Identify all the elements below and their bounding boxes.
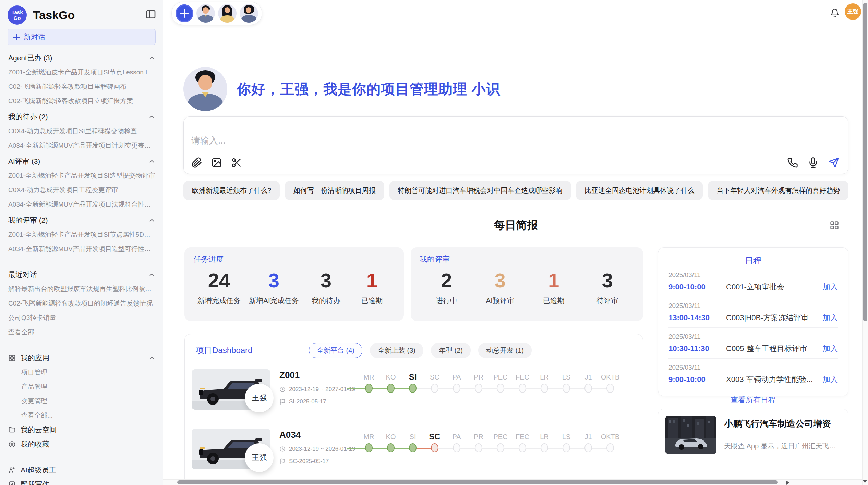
- chevron-up-icon: [148, 158, 156, 165]
- join-meeting-link[interactable]: 加入: [823, 344, 838, 354]
- milestone-label: PA: [446, 432, 468, 442]
- project-dates: 2023-12-19 ~ 2026-01-19: [289, 446, 355, 452]
- sidebar-section-my-review[interactable]: 我的评审 (2): [8, 213, 156, 227]
- view-all-apps-link[interactable]: 查看全部...: [8, 408, 156, 423]
- user-avatar[interactable]: 王强: [845, 3, 861, 20]
- milestone-node: SC: [424, 432, 446, 457]
- notifications-bell-icon[interactable]: [830, 8, 840, 19]
- sidebar-chat-item[interactable]: C02-飞腾新能源轻客改款项目的闭环通告反馈情况: [8, 296, 156, 311]
- section-title: 我的评审 (2): [8, 215, 48, 225]
- news-card[interactable]: 小鹏飞行汽车制造公司增资 天眼查 App 显示，近日广州汇天飞行汽...: [658, 409, 848, 485]
- sidebar-task-item[interactable]: C0X4-动力总成开发项目工程变更评审: [8, 183, 156, 197]
- sidebar-task-item[interactable]: A034-全新新能源MUV产品开发项目法规符合性评审: [8, 197, 156, 212]
- sidebar-chat-item[interactable]: 解释最新出台的欧盟报废车法规再生塑料比例被调至15%...: [8, 282, 156, 296]
- clock-icon: [279, 446, 286, 452]
- sidebar-collapse-icon[interactable]: [145, 9, 156, 21]
- chat-input-box[interactable]: 请输入...: [183, 116, 848, 174]
- join-meeting-link[interactable]: 加入: [823, 374, 838, 385]
- agent-avatar-3[interactable]: [240, 4, 258, 23]
- my-review-card: 我的评审 2 进行中 3 AI预评审 1 已逾期 3: [411, 247, 643, 321]
- sidebar-section-recent-chats[interactable]: 最近对话: [8, 268, 156, 282]
- suggestion-chip[interactable]: 欧洲新规最近颁布了什么?: [183, 181, 280, 200]
- stat-item: 3 新增AI完成任务: [249, 265, 299, 306]
- sidebar-app-item[interactable]: 项目管理: [8, 365, 156, 380]
- dashboard-filter-tab[interactable]: 全新平台 (4): [309, 343, 362, 358]
- milestone-label: PA: [446, 372, 468, 382]
- app-logo: Task Go: [8, 5, 27, 25]
- stat-item: 3 AI预评审: [481, 265, 519, 306]
- image-upload-icon[interactable]: [211, 157, 222, 168]
- agent-avatar-1[interactable]: [196, 4, 215, 23]
- join-meeting-link[interactable]: 加入: [823, 313, 838, 323]
- new-chat-button[interactable]: 新对话: [8, 29, 156, 45]
- sidebar-section-agent-done[interactable]: Agent已办 (3): [8, 51, 156, 65]
- milestone-label: LS: [555, 432, 577, 442]
- stat-label: AI预评审: [481, 296, 519, 306]
- milestone-dot: [584, 384, 592, 393]
- microphone-icon[interactable]: [808, 157, 819, 168]
- scroll-right-arrow[interactable]: [786, 481, 789, 485]
- sidebar-task-item[interactable]: A034-全新新能源MUV产品开发项目造型可行性评审: [8, 242, 156, 256]
- voice-call-icon[interactable]: [787, 157, 798, 168]
- suggestion-chip[interactable]: 比亚迪全固态电池计划具体说了什么: [576, 181, 703, 200]
- sidebar-section-ai-review[interactable]: AI评审 (3): [8, 154, 156, 169]
- milestone-node: MR: [358, 432, 380, 457]
- write-icon: [8, 481, 16, 485]
- project-row-a034[interactable]: 王强 A034 2023-12-19 ~ 2026-01-19 SC-2025-…: [185, 423, 643, 477]
- sidebar-my-apps[interactable]: 我的应用: [8, 351, 156, 365]
- horizontal-scrollbar-thumb[interactable]: [177, 480, 778, 484]
- sidebar-chat-item[interactable]: 公司Q3轻卡销量: [8, 311, 156, 325]
- sidebar-section-my-todo[interactable]: 我的待办 (2): [8, 110, 156, 124]
- stat-label: 新增完成任务: [197, 296, 241, 306]
- suggestion-chip[interactable]: 如何写一份清晰的项目周报: [285, 181, 384, 200]
- vertical-scrollbar-thumb[interactable]: [863, 3, 867, 321]
- chevron-up-icon: [148, 216, 156, 224]
- dashboard-filter-tab[interactable]: 年型 (2): [431, 343, 471, 358]
- sidebar-task-item[interactable]: C02-飞腾新能源轻客改款项目立项汇报方案: [8, 94, 156, 108]
- sidebar-task-item[interactable]: Z001-全新燃油轻卡产品开发项目SI造型提交物评审: [8, 169, 156, 183]
- stat-item: 2 进行中: [427, 265, 465, 306]
- milestone-label: SC: [424, 432, 446, 442]
- milestone-dot: [431, 443, 438, 452]
- send-icon[interactable]: [828, 157, 839, 168]
- sidebar-item-cloud-space[interactable]: 我的云空间: [8, 423, 156, 437]
- sidebar-item-favorites[interactable]: 我的收藏: [8, 437, 156, 451]
- sidebar-task-item[interactable]: Z001-全新燃油皮卡产品开发项目SI节点Lesson Learn报告: [8, 65, 156, 79]
- horizontal-scrollbar[interactable]: [163, 479, 862, 485]
- suggestion-chip[interactable]: 当下年轻人对汽车外观有怎样的喜好趋势: [708, 181, 848, 200]
- milestone-dot: [387, 443, 395, 452]
- milestone-label: PEC: [490, 432, 511, 442]
- sidebar-task-item[interactable]: C02-飞腾新能源轻客改款项目里程碑画布: [8, 79, 156, 94]
- join-meeting-link[interactable]: 加入: [823, 282, 838, 292]
- sidebar-app-item[interactable]: 变更管理: [8, 394, 156, 408]
- dashboard-filter-tab[interactable]: 全新上装 (3): [370, 343, 423, 358]
- stat-item: 3 我的待办: [307, 265, 345, 306]
- milestone-node: OKTB: [599, 432, 621, 457]
- sidebar-app-item[interactable]: 产品管理: [8, 380, 156, 394]
- sidebar-item-help-write[interactable]: 帮我写作: [8, 477, 156, 485]
- add-agent-button[interactable]: [176, 4, 193, 22]
- sidebar-task-item[interactable]: C0X4-动力总成开发项目SI里程碑提交物检查: [8, 124, 156, 138]
- view-all-chats-link[interactable]: 查看全部...: [8, 325, 156, 339]
- vertical-scrollbar[interactable]: [862, 0, 868, 485]
- agent-avatar-2[interactable]: [218, 4, 237, 23]
- milestone-dot: [365, 384, 373, 393]
- suggestion-chips: 欧洲新规最近颁布了什么?如何写一份清晰的项目周报特朗普可能对进口汽车增税会对中国…: [183, 181, 848, 200]
- attachment-icon[interactable]: [191, 157, 202, 168]
- briefing-layout-icon[interactable]: [830, 221, 839, 232]
- suggestion-chip[interactable]: 特朗普可能对进口汽车增税会对中国车企造成哪些影响: [389, 181, 571, 200]
- stat-value: 3: [307, 265, 345, 296]
- sidebar-item-ai-employee[interactable]: AI超级员工: [8, 463, 156, 477]
- milestone-dot: [584, 443, 592, 452]
- dashboard-filter-tab[interactable]: 动总开发 (1): [478, 343, 532, 358]
- milestone-node: PR: [468, 372, 490, 397]
- scroll-down-arrow[interactable]: [863, 480, 867, 483]
- milestone-label: SC: [424, 372, 446, 382]
- screenshot-scissors-icon[interactable]: [231, 157, 242, 168]
- project-row-z001[interactable]: 王强 Z001 2023-12-19 ~ 2027-01-19 SI-2025-…: [185, 364, 643, 418]
- schedule-time: 10:30-11:30: [668, 344, 726, 353]
- sidebar-task-item[interactable]: A034-全新新能源MUV产品开发项目计划变更表编写: [8, 138, 156, 153]
- view-all-schedule-link[interactable]: 查看所有日程: [668, 395, 838, 405]
- sidebar-task-item[interactable]: Z001-全新燃油轻卡产品开发项目SI节点属性5D文件评审: [8, 227, 156, 242]
- milestone-dot: [475, 443, 482, 452]
